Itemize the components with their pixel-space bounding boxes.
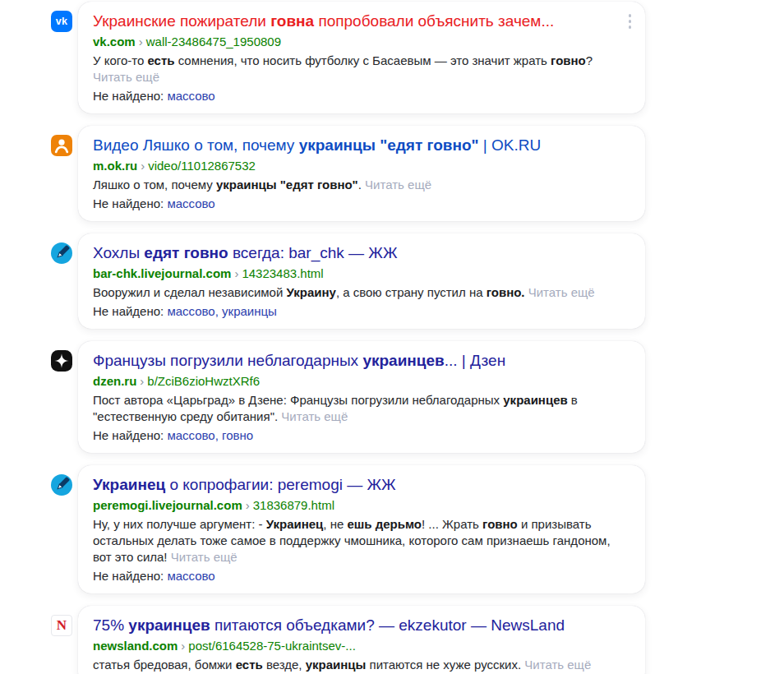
dzen-icon	[51, 350, 72, 372]
result-title-link[interactable]: Видео Ляшко о том, почему украинцы "едят…	[93, 135, 630, 155]
result-card: Французы погрузили неблагодарных украинц…	[78, 341, 645, 453]
search-result: Французы погрузили неблагодарных украинц…	[51, 341, 784, 453]
breadcrumb-separator: ›	[231, 266, 242, 280]
not-found-links: массово, украинцы	[167, 304, 276, 318]
search-results-list: vk Украинские пожиратели говна попробова…	[0, 0, 784, 674]
not-found-term-link[interactable]: украинцы	[222, 304, 277, 318]
not-found-term-link[interactable]: массово	[167, 89, 214, 103]
result-card: Хохлы едят говно всегда: bar_chk — ЖЖ ba…	[78, 233, 645, 329]
ok-logo-glyph	[51, 135, 72, 156]
result-title-link[interactable]: Хохлы едят говно всегда: bar_chk — ЖЖ	[93, 242, 630, 263]
breadcrumb-separator: ›	[136, 35, 146, 48]
result-snippet: статья бредовая, бомжи есть везде, украи…	[93, 657, 630, 673]
result-card: 75% украинцев питаются объедками? — ekze…	[78, 606, 645, 674]
result-path: 31836879.html	[253, 498, 334, 512]
not-found-label: Не найдено:	[93, 569, 167, 583]
result-path: post/6164528-75-ukraintsev-...	[188, 639, 355, 653]
vk-logo-glyph: vk	[51, 11, 72, 32]
result-url-breadcrumb[interactable]: newsland.com›post/6164528-75-ukraintsev-…	[93, 638, 630, 653]
not-found-line: Не найдено: массово, говно	[93, 427, 630, 444]
result-snippet: Пост автора «Царьград» в Дзене: Французы…	[93, 392, 630, 425]
livejournal-icon	[51, 242, 72, 264]
result-title-link[interactable]: Украинские пожиратели говна попробовали …	[93, 11, 630, 31]
read-more-link[interactable]: Читать ещё	[528, 285, 595, 299]
not-found-term-link[interactable]: массово	[167, 569, 214, 583]
result-path: video/11012867532	[148, 159, 256, 173]
newsland-icon: N	[51, 615, 72, 636]
read-more-link[interactable]: Читать ещё	[524, 658, 591, 672]
result-url-breadcrumb[interactable]: m.ok.ru›video/11012867532	[93, 158, 630, 173]
vk-icon: vk	[51, 11, 72, 32]
result-domain: peremogi.livejournal.com	[93, 498, 242, 512]
result-url-breadcrumb[interactable]: bar-chk.livejournal.com›14323483.html	[93, 265, 630, 281]
result-domain: dzen.ru	[93, 374, 136, 388]
read-more-link[interactable]: Читать ещё	[171, 550, 238, 564]
not-found-term-link[interactable]: массово	[167, 428, 214, 442]
result-title-link[interactable]: 75% украинцев питаются объедками? — ekze…	[93, 615, 630, 635]
read-more-link[interactable]: Читать ещё	[93, 70, 159, 84]
not-found-links: массово	[167, 196, 214, 210]
search-result: N 75% украинцев питаются объедками? — ek…	[51, 606, 784, 674]
result-url-breadcrumb[interactable]: dzen.ru›b/ZciB6zioHwztXRf6	[93, 373, 630, 389]
not-found-line: Не найдено: массово	[93, 88, 630, 104]
ok-icon	[51, 135, 72, 156]
result-domain: m.ok.ru	[93, 159, 137, 173]
more-options-icon[interactable]	[627, 12, 634, 33]
not-found-links: массово	[167, 89, 214, 103]
result-domain: bar-chk.livejournal.com	[93, 266, 231, 280]
not-found-label: Не найдено:	[93, 304, 167, 318]
not-found-label: Не найдено:	[93, 428, 167, 442]
result-card: Украинец о копрофагии: peremogi — ЖЖ per…	[78, 465, 645, 593]
breadcrumb-separator: ›	[137, 159, 148, 173]
result-path: b/ZciB6zioHwztXRf6	[147, 374, 260, 388]
result-url-breadcrumb[interactable]: peremogi.livejournal.com›31836879.html	[93, 497, 630, 513]
result-title-link[interactable]: Украинец о копрофагии: peremogi — ЖЖ	[93, 474, 630, 495]
newsland-logo-glyph: N	[51, 615, 72, 636]
search-result: Хохлы едят говно всегда: bar_chk — ЖЖ ba…	[51, 233, 784, 329]
breadcrumb-separator: ›	[136, 374, 147, 388]
not-found-line: Не найдено: массово	[93, 568, 630, 584]
not-found-links: массово, говно	[167, 428, 253, 442]
search-result: Украинец о копрофагии: peremogi — ЖЖ per…	[51, 465, 784, 593]
read-more-link[interactable]: Читать ещё	[365, 178, 431, 192]
not-found-line: Не найдено: массово	[93, 196, 630, 212]
not-found-line: Не найдено: массово, украинцы	[93, 303, 630, 320]
read-more-link[interactable]: Читать ещё	[281, 409, 348, 423]
livejournal-logo-glyph	[51, 474, 72, 496]
not-found-links: массово	[167, 569, 214, 583]
result-card: Видео Ляшко о том, почему украинцы "едят…	[78, 126, 645, 221]
result-snippet: У кого-то есть сомнения, что носить футб…	[93, 53, 630, 85]
result-card: Украинские пожиратели говна попробовали …	[78, 2, 645, 113]
result-title-link[interactable]: Французы погрузили неблагодарных украинц…	[93, 350, 630, 371]
result-snippet: Ляшко о том, почему украинцы "едят говно…	[93, 177, 630, 193]
result-domain: vk.com	[93, 35, 136, 48]
result-domain: newsland.com	[93, 639, 178, 653]
not-found-term-link[interactable]: массово	[167, 196, 214, 210]
result-url-breadcrumb[interactable]: vk.com›wall-23486475_1950809	[93, 34, 630, 49]
result-snippet: Ну, у них получше аргумент: - Украинец, …	[93, 516, 630, 566]
not-found-term-link[interactable]: говно	[222, 428, 253, 442]
livejournal-icon	[51, 474, 72, 496]
not-found-label: Не найдено:	[93, 196, 167, 210]
breadcrumb-separator: ›	[178, 639, 188, 653]
result-snippet: Вооружил и сделал независимой Украину, а…	[93, 284, 630, 301]
search-result: vk Украинские пожиратели говна попробова…	[51, 2, 784, 113]
not-found-label: Не найдено:	[93, 89, 167, 103]
result-path: wall-23486475_1950809	[146, 35, 281, 48]
search-result: Видео Ляшко о том, почему украинцы "едят…	[51, 126, 784, 221]
breadcrumb-separator: ›	[242, 498, 253, 512]
livejournal-logo-glyph	[51, 242, 72, 264]
result-path: 14323483.html	[242, 266, 323, 280]
not-found-term-link[interactable]: массово	[167, 304, 214, 318]
dzen-logo-glyph	[51, 350, 72, 372]
